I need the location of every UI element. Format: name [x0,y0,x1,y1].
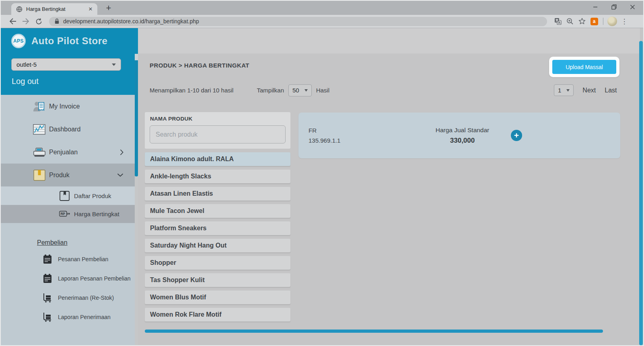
list-item[interactable]: Alaina Kimono adult. RALA [145,152,290,166]
sidebar-item-produk[interactable]: Produk [1,164,135,186]
svg-text:RP: RP [60,212,65,216]
list-item[interactable]: Women Rok Flare Motif [145,308,290,321]
profile-avatar[interactable] [606,16,618,27]
detail-price-block: Harga Jual Standar 330,000 [425,127,500,145]
breadcrumb: PRODUK > HARGA BERTINGKAT [150,62,249,69]
url-text: development.autopilotstore.co.id/harga_b… [63,18,199,25]
list-item[interactable]: Ankle-length Slacks [145,170,290,183]
toolbar-separator [603,18,603,25]
price-label: Harga Jual Standar [425,127,500,134]
box-outline-icon [59,190,70,201]
chevron-down-icon [117,173,123,177]
price-value: 330,000 [425,137,500,145]
browser-toolbar: development.autopilotstore.co.id/harga_b… [1,15,643,28]
price-tag-rp-icon: RP [59,209,70,219]
product-box-icon [33,169,46,182]
tab-strip: Harga Bertingkat ✕ + [1,1,643,15]
list-item[interactable]: Mule Tacon Jewel [145,204,290,218]
product-detail-card: FR 135.969.1.1 Harga Jual Standar 330,00… [298,113,620,158]
list-item[interactable]: Saturday Night Hang Out [145,239,290,252]
page: APS Auto Pilot Store outlet-5 Log out My… [1,28,643,345]
lock-icon [55,18,59,24]
logout-link[interactable]: Log out [12,77,39,86]
globe-favicon-icon [16,6,23,12]
sidebar-item-harga-bertingkat[interactable]: RP Harga Bertingkat [1,205,135,223]
aps-logo: APS [11,34,26,48]
list-item[interactable]: Women Blus Motif [145,291,290,304]
sidebar-scrollbar[interactable] [135,28,138,345]
list-item[interactable]: Shopper [145,256,290,270]
page-select[interactable]: 1 [554,84,574,96]
chevron-down-icon [305,89,308,92]
last-page-link[interactable]: Last [605,87,617,94]
new-tab-button[interactable]: + [103,2,115,14]
search-input[interactable] [150,125,286,143]
sidebar: APS Auto Pilot Store outlet-5 Log out My… [1,28,135,345]
list-item[interactable]: Platform Sneakers [145,221,290,235]
browser-menu-icon[interactable]: ⋮ [618,16,630,27]
hand-truck-icon [43,312,52,322]
close-window-button[interactable] [623,1,642,13]
chevron-right-icon [120,149,123,156]
results-summary: Menampilkan 1-10 dari 10 hasil [150,87,233,94]
zoom-icon[interactable] [564,16,576,27]
dashboard-chart-icon [33,123,46,136]
product-list-header-card: NAMA PRODUK [145,112,290,149]
sidebar-scrollbar-thumb[interactable] [135,60,138,176]
url-bar[interactable]: development.autopilotstore.co.id/harga_b… [49,17,547,26]
horizontal-scrollbar[interactable] [145,330,603,333]
detail-code-block: FR 135.969.1.1 [309,127,425,144]
minimize-button[interactable] [586,1,605,13]
translate-icon[interactable] [552,16,564,27]
reload-button[interactable] [32,16,45,27]
sidebar-header: APS Auto Pilot Store outlet-5 Log out [1,28,135,95]
detail-code: FR [309,127,425,134]
page-size-select[interactable]: 50 [288,84,312,96]
next-page-link[interactable]: Next [582,87,596,94]
outlet-select[interactable]: outlet-5 [11,58,121,71]
tab-title: Harga Bertingkat [26,6,87,12]
sidebar-item-my-invoice[interactable]: My Invoice [1,95,135,118]
chevron-down-icon [566,89,570,92]
upload-massal-button[interactable]: Upload Massal [552,60,616,74]
order-notepad-icon [43,254,52,264]
results-row: Menampilkan 1-10 dari 10 hasil Tampilkan… [150,84,329,96]
cash-register-icon [33,146,46,159]
sidebar-item-pesanan-pembelian[interactable]: Pesanan Pembelian [1,250,135,269]
browser-tab[interactable]: Harga Bertingkat ✕ [11,3,97,15]
list-item[interactable]: Tas Shopper Kulit [145,273,290,287]
browser-window: Harga Bertingkat ✕ + development.autopil… [0,0,644,346]
sidebar-menu: My Invoice Dashboard Penjualan Produk [1,95,135,345]
main-content: PRODUK > HARGA BERTINGKAT Upload Massal … [138,28,640,345]
restore-button[interactable] [605,1,623,13]
pagination: 1 Next Last [554,84,617,96]
sidebar-item-penerimaan-restok[interactable]: Penerimaan (Re-Stok) [1,288,135,307]
bookmark-star-icon[interactable] [576,16,588,27]
upload-massal-container: Upload Massal [549,57,619,77]
show-label: Tampilkan [257,87,284,94]
chevron-down-icon [112,63,116,66]
pembelian-heading[interactable]: Pembelian [37,237,135,248]
product-list-header: NAMA PRODUK [150,116,290,122]
forward-button[interactable] [19,16,32,27]
sidebar-item-dashboard[interactable]: Dashboard [1,118,135,141]
sidebar-item-penjualan[interactable]: Penjualan [1,141,135,164]
top-band [138,28,640,53]
sidebar-item-laporan-penerimaan[interactable]: Laporan Penerimaan [1,307,135,327]
results-label: Hasil [316,87,329,94]
invoice-icon [33,100,46,113]
page-vertical-scrollbar[interactable] [639,41,643,345]
sidebar-item-laporan-pesanan-pembelian[interactable]: Laporan Pesanan Pembelian [1,269,135,288]
window-controls [586,1,642,15]
add-tier-button[interactable]: + [511,130,522,141]
sidebar-item-daftar-produk[interactable]: Daftar Produk [1,186,135,205]
list-item[interactable]: Atasan Linen Elastis [145,187,290,201]
toolbar-right-icons: a ⋮ [552,16,630,27]
order-notepad-icon [43,274,52,283]
detail-sku: 135.969.1.1 [309,137,425,144]
hand-truck-icon [43,293,52,303]
back-button[interactable] [6,16,19,27]
extension-icon[interactable]: a [588,16,600,27]
brand-title: Auto Pilot Store [31,35,107,47]
tab-close-icon[interactable]: ✕ [87,6,94,13]
